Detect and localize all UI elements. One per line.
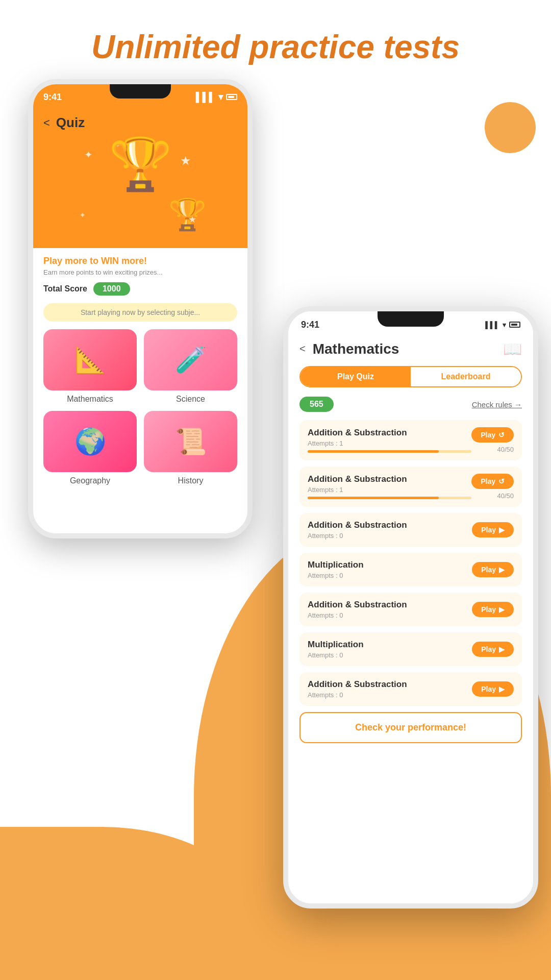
quiz-item-name: Addition & Substraction bbox=[308, 428, 471, 438]
progress-bar bbox=[308, 497, 471, 499]
refresh-icon: ↺ bbox=[498, 431, 505, 439]
quiz-item: Addition & Substraction Attempts : 0 Pla… bbox=[299, 593, 522, 626]
progress-bar bbox=[308, 450, 471, 453]
phone2-time: 9:41 bbox=[301, 320, 319, 330]
quiz-item-info: Multiplication Attempts : 0 bbox=[308, 640, 472, 659]
subject-card-history[interactable]: 📜 bbox=[144, 411, 237, 472]
battery-icon bbox=[509, 322, 520, 328]
quiz-item: Addition & Substraction Attempts : 1 Pla… bbox=[299, 420, 522, 460]
quiz-item-info: Addition & Substraction Attempts : 0 bbox=[308, 520, 472, 540]
wifi-icon: ▾ bbox=[503, 321, 506, 329]
quiz-item-name: Multiplication bbox=[308, 640, 472, 650]
star-icon: ✦ bbox=[79, 210, 86, 220]
play-button[interactable]: Play ▶ bbox=[472, 681, 514, 697]
phone1-time: 9:41 bbox=[43, 92, 62, 103]
phone2-status-icons: ▌▌▌ ▾ bbox=[485, 321, 520, 329]
play-label: Play bbox=[481, 526, 496, 534]
check-rules-link[interactable]: Check rules → bbox=[472, 400, 522, 409]
star-icon: ★ bbox=[180, 154, 191, 168]
quiz-item-attempts: Attempts : 1 bbox=[308, 439, 471, 447]
play-label: Play bbox=[481, 685, 496, 693]
tab-bar: Play Quiz Leaderboard bbox=[299, 366, 522, 387]
quiz-item-info: Addition & Substraction Attempts : 1 bbox=[308, 428, 471, 453]
phone1-device: 9:41 ▌▌▌ ▾ < Quiz ✦ ✦ ★ ✦ ★ 🏆 bbox=[28, 79, 253, 538]
quiz-item-attempts: Attempts : 0 bbox=[308, 611, 472, 619]
play-button[interactable]: Play ↺ bbox=[471, 427, 514, 443]
quiz-item-name: Addition & Substraction bbox=[308, 679, 472, 690]
promo-subtext: Earn more points to win exciting prizes.… bbox=[43, 268, 237, 276]
play-label: Play bbox=[481, 645, 496, 653]
play-label: Play bbox=[481, 431, 495, 439]
play-button[interactable]: Play ▶ bbox=[472, 642, 514, 657]
back-button[interactable]: < bbox=[299, 343, 306, 355]
play-button[interactable]: Play ▶ bbox=[472, 602, 514, 617]
phone1-header: < Quiz ✦ ✦ ★ ✦ ★ 🏆 🏆 bbox=[33, 110, 247, 248]
subject-card-science[interactable]: 🧪 bbox=[144, 329, 237, 390]
phone2-notch bbox=[378, 311, 444, 327]
quiz-item-attempts: Attempts : 0 bbox=[308, 691, 472, 699]
play-label: Play bbox=[481, 605, 496, 614]
back-button[interactable]: < bbox=[43, 116, 50, 130]
score-rules-row: 565 Check rules → bbox=[299, 397, 522, 412]
quiz-item: Multiplication Attempts : 0 Play ▶ bbox=[299, 632, 522, 666]
play-icon: ▶ bbox=[499, 605, 505, 614]
star-icon: ✦ bbox=[84, 149, 93, 161]
quiz-item-attempts: Attempts : 1 bbox=[308, 486, 471, 494]
quiz-item-actions: Play ▶ bbox=[472, 602, 514, 617]
play-button[interactable]: Play ↺ bbox=[471, 474, 514, 489]
quiz-item-name: Addition & Substraction bbox=[308, 600, 472, 610]
bg-blob-circle bbox=[485, 102, 536, 153]
wifi-icon: ▾ bbox=[218, 91, 223, 103]
quiz-items-list: Addition & Substraction Attempts : 1 Pla… bbox=[299, 420, 522, 706]
play-icon: ▶ bbox=[499, 526, 505, 534]
phone1-title: Quiz bbox=[56, 115, 85, 131]
score-label: Total Score bbox=[43, 284, 87, 293]
quiz-item-info: Addition & Substraction Attempts : 0 bbox=[308, 679, 472, 699]
subject-geo-wrapper: 🌍 Geography bbox=[43, 411, 137, 485]
tab-play-quiz[interactable]: Play Quiz bbox=[300, 367, 411, 386]
phone1-status-icons: ▌▌▌ ▾ bbox=[196, 91, 237, 103]
quiz-item: Addition & Substraction Attempts : 0 Pla… bbox=[299, 672, 522, 706]
quiz-item-attempts: Attempts : 0 bbox=[308, 572, 472, 579]
phone2-title: Mathematics bbox=[313, 341, 399, 357]
quiz-item: Addition & Substraction Attempts : 1 Pla… bbox=[299, 467, 522, 507]
subject-history-wrapper: 📜 History bbox=[144, 411, 237, 485]
signal-icon: ▌▌▌ bbox=[485, 321, 499, 329]
phone2-content: < Mathematics 📖 Play Quiz Leaderboard 56… bbox=[288, 338, 533, 903]
promo-headline: Play more to WIN more! bbox=[43, 256, 237, 266]
tab-leaderboard[interactable]: Leaderboard bbox=[411, 367, 521, 386]
battery-icon bbox=[226, 94, 237, 100]
math-icon: 📐 bbox=[74, 345, 106, 375]
quiz-item-actions: Play ▶ bbox=[472, 522, 514, 537]
quiz-item-actions: Play ▶ bbox=[472, 681, 514, 697]
quiz-item-name: Addition & Substraction bbox=[308, 474, 471, 484]
quiz-item-actions: Play ▶ bbox=[472, 562, 514, 577]
score-row: Total Score 1000 bbox=[43, 282, 237, 296]
subject-science-wrapper: 🧪 Science bbox=[144, 329, 237, 404]
start-banner: Start playing now by selecting subje... bbox=[43, 303, 237, 322]
trophy-area: ✦ ✦ ★ ✦ ★ 🏆 🏆 bbox=[43, 136, 237, 238]
play-label: Play bbox=[481, 566, 496, 574]
item-score: 40/50 bbox=[497, 446, 514, 453]
quiz-item-name: Multiplication bbox=[308, 560, 472, 570]
play-button[interactable]: Play ▶ bbox=[472, 522, 514, 537]
book-icon: 📖 bbox=[503, 340, 522, 358]
check-performance-button[interactable]: Check your performance! bbox=[299, 712, 522, 743]
quiz-item-info: Multiplication Attempts : 0 bbox=[308, 560, 472, 579]
user-score: 565 bbox=[299, 397, 334, 412]
subject-card-math[interactable]: 📐 bbox=[43, 329, 137, 390]
phone1-nav: < Quiz bbox=[43, 115, 237, 131]
play-label: Play bbox=[481, 477, 495, 485]
quiz-item-actions: Play ↺ 40/50 bbox=[471, 474, 514, 500]
subject-card-geo[interactable]: 🌍 bbox=[43, 411, 137, 472]
quiz-item-name: Addition & Substraction bbox=[308, 520, 472, 530]
play-icon: ▶ bbox=[499, 566, 505, 574]
quiz-item-actions: Play ▶ bbox=[472, 642, 514, 657]
subject-label-geo: Geography bbox=[43, 472, 137, 485]
play-button[interactable]: Play ▶ bbox=[472, 562, 514, 577]
subject-label-math: Mathematics bbox=[43, 390, 137, 404]
quiz-item: Addition & Substraction Attempts : 0 Pla… bbox=[299, 513, 522, 547]
quiz-item-info: Addition & Substraction Attempts : 1 bbox=[308, 474, 471, 499]
play-icon: ▶ bbox=[499, 685, 505, 693]
phone1-notch bbox=[110, 84, 171, 99]
